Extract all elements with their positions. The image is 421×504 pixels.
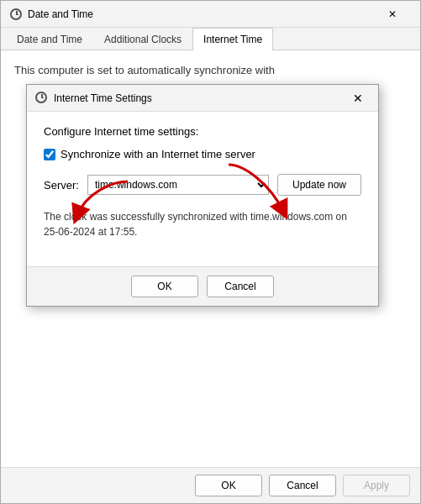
inner-clock-icon: [35, 92, 49, 105]
sync-text: This computer is set to automatically sy…: [14, 64, 407, 76]
server-row: Server: time.windows.com time.nist.gov p…: [44, 174, 361, 196]
outer-close-button[interactable]: ✕: [373, 1, 412, 28]
inner-dialog-content: Configure Internet time settings: Synchr…: [27, 112, 378, 266]
sync-message: The clock was successfully synchronized …: [44, 209, 361, 239]
outer-ok-button[interactable]: OK: [195, 475, 262, 496]
inner-ok-button[interactable]: OK: [131, 276, 198, 297]
inner-titlebar: Internet Time Settings ✕: [27, 85, 378, 112]
checkbox-label: Synchronize with an Internet time server: [61, 148, 255, 160]
outer-window-title: Date and Time: [28, 8, 373, 20]
tab-internet-time[interactable]: Internet Time: [192, 28, 273, 50]
inner-dialog-buttons: OK Cancel: [27, 266, 378, 306]
inner-close-button[interactable]: ✕: [346, 89, 370, 108]
server-label: Server:: [44, 179, 79, 192]
outer-titlebar: Date and Time ✕: [1, 1, 420, 28]
inner-cancel-button[interactable]: Cancel: [207, 276, 274, 297]
outer-cancel-button[interactable]: Cancel: [269, 475, 336, 496]
configure-label: Configure Internet time settings:: [44, 125, 361, 138]
server-select[interactable]: time.windows.com time.nist.gov pool.ntp.…: [87, 175, 269, 195]
inner-dialog-title: Internet Time Settings: [54, 92, 346, 104]
update-now-button[interactable]: Update now: [277, 174, 361, 196]
outer-apply-button[interactable]: Apply: [343, 475, 410, 496]
tab-date-and-time[interactable]: Date and Time: [6, 28, 93, 50]
clock-icon: [9, 8, 23, 21]
tab-additional-clocks[interactable]: Additional Clocks: [93, 28, 192, 50]
outer-tabs: Date and Time Additional Clocks Internet…: [1, 28, 420, 50]
outer-content: This computer is set to automatically sy…: [1, 50, 420, 467]
sync-checkbox[interactable]: [44, 149, 55, 160]
outer-window: Date and Time ✕ Date and Time Additional…: [0, 0, 421, 504]
inner-dialog: Internet Time Settings ✕ Configure Inter…: [26, 84, 379, 307]
outer-bottom-buttons: OK Cancel Apply: [1, 467, 420, 503]
checkbox-row: Synchronize with an Internet time server: [44, 148, 361, 160]
